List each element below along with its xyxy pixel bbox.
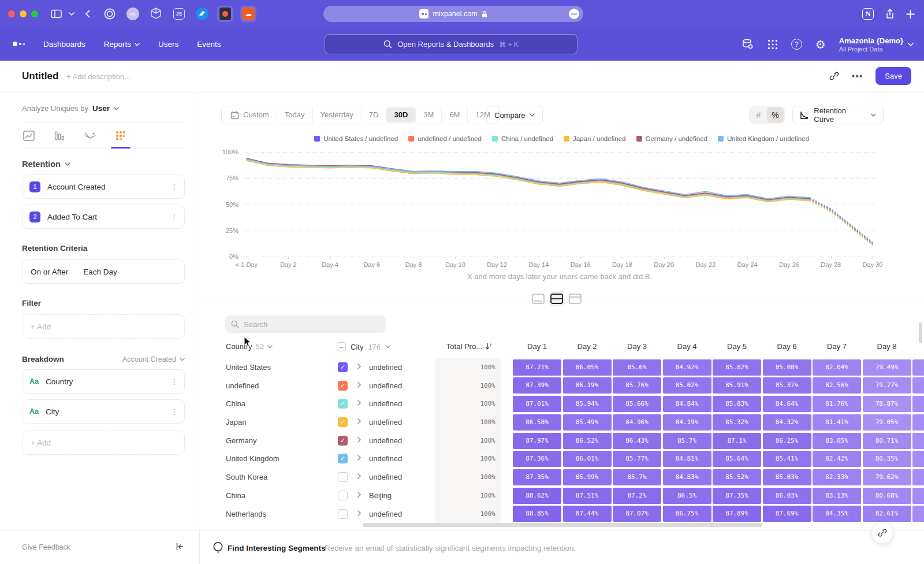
row-checkbox[interactable]: ✓ — [338, 362, 348, 372]
row-city[interactable]: undefined — [369, 505, 402, 524]
split-view-button[interactable] — [549, 291, 564, 306]
tab-funnels[interactable] — [54, 131, 65, 148]
day-column-header[interactable]: Day 3 — [613, 342, 661, 351]
table-search-input[interactable] — [244, 320, 371, 329]
legend-item[interactable]: Germany / undefined — [636, 135, 707, 142]
browser-sidebar-icon[interactable] — [51, 9, 62, 18]
range-button-today[interactable]: Today — [277, 107, 312, 123]
breakdown-city[interactable]: Aa City ⋮ — [22, 399, 185, 424]
expand-row-icon[interactable] — [357, 455, 361, 461]
window-controls[interactable] — [8, 10, 38, 17]
range-button-custom[interactable]: Custom — [223, 107, 277, 123]
row-city[interactable]: undefined — [369, 450, 402, 468]
row-country[interactable]: China — [226, 487, 245, 505]
nav-item-dashboards[interactable]: Dashboards — [43, 40, 85, 49]
address-bar[interactable]: mixpanel.com ••• — [323, 6, 583, 22]
chart-type-select[interactable]: Retention Curve — [792, 106, 884, 124]
breakdown-options-icon[interactable]: ⋮ — [170, 379, 177, 385]
row-country[interactable]: United States — [226, 358, 271, 377]
percent-toggle-button[interactable]: % — [767, 107, 784, 123]
settings-gear-icon[interactable]: ⚙ — [815, 39, 826, 50]
row-country[interactable]: China — [226, 395, 245, 413]
add-breakdown-button[interactable]: + Add — [22, 431, 185, 455]
chart-only-view-button[interactable] — [531, 291, 546, 306]
range-button-3m[interactable]: 3M — [415, 107, 441, 123]
more-options-icon[interactable]: ••• — [852, 71, 863, 81]
day-column-header[interactable]: Day 2 — [563, 342, 612, 351]
minimize-window-button[interactable] — [20, 10, 27, 17]
criteria-condition-select[interactable]: On or After — [31, 268, 68, 276]
new-tab-icon[interactable] — [906, 10, 915, 18]
retention-step-b[interactable]: 2 Added To Cart ⋮ — [22, 205, 185, 229]
extension-recorder-icon[interactable] — [217, 6, 233, 22]
help-icon[interactable]: ? — [791, 39, 802, 50]
row-checkbox[interactable]: ✓ — [338, 381, 348, 391]
row-checkbox[interactable] — [338, 472, 348, 482]
legend-item[interactable]: Japan / undefined — [564, 135, 625, 142]
row-country[interactable]: undefined — [226, 377, 259, 395]
row-country[interactable]: Netherlands — [226, 505, 266, 524]
zoom-window-button[interactable] — [31, 10, 38, 17]
chevron-down-icon[interactable] — [69, 12, 74, 16]
day-column-header[interactable]: Day 7 — [813, 342, 861, 351]
legend-item[interactable]: United Kingdom / undefined — [718, 135, 809, 142]
table-search[interactable] — [225, 316, 386, 333]
retention-line-chart[interactable] — [244, 152, 875, 257]
horizontal-scrollbar[interactable] — [363, 523, 762, 527]
range-button-yesterday[interactable]: Yesterday — [312, 107, 361, 123]
row-checkbox[interactable] — [338, 509, 348, 519]
breakdown-property-name[interactable]: Country — [46, 377, 170, 386]
share-link-fab[interactable] — [871, 522, 893, 544]
close-window-button[interactable] — [8, 10, 15, 17]
give-feedback-link[interactable]: Give Feedback — [22, 543, 70, 551]
expand-row-icon[interactable] — [357, 418, 361, 424]
row-city[interactable]: undefined — [369, 468, 402, 487]
breakdown-options-icon[interactable]: ⋮ — [170, 409, 177, 415]
extension-js-icon[interactable]: JS — [171, 6, 187, 22]
retention-step-a[interactable]: 1 Account Created ⋮ — [22, 175, 185, 199]
row-country[interactable]: South Korea — [226, 468, 267, 487]
total-column-header[interactable]: Total Pro... — [435, 342, 493, 351]
retention-criteria-card[interactable]: On or After Each Day — [22, 259, 185, 284]
global-search-button[interactable]: Open Reports & Dashboards ⌘ + K — [325, 34, 578, 54]
expand-row-icon[interactable] — [357, 510, 361, 516]
vertical-scrollbar[interactable] — [919, 322, 922, 343]
nav-item-users[interactable]: Users — [158, 40, 178, 49]
day-column-header[interactable]: Day 5 — [713, 342, 761, 351]
notion-extension-icon[interactable]: N — [862, 8, 874, 20]
extension-target-icon[interactable] — [102, 6, 118, 22]
day-column-header[interactable]: Day 8 — [863, 342, 911, 351]
site-options-icon[interactable]: ••• — [569, 9, 579, 19]
row-checkbox[interactable] — [338, 491, 348, 500]
row-country[interactable]: Japan — [226, 413, 246, 432]
day-column-header[interactable]: Day 4 — [663, 342, 711, 351]
step-event-name[interactable]: Account Created — [47, 183, 170, 191]
breakdown-scope-select[interactable]: Account Created — [122, 355, 185, 363]
nav-item-events[interactable]: Events — [197, 40, 221, 49]
report-title[interactable]: Untitled — [22, 70, 58, 82]
analyze-entity-select[interactable]: User — [92, 104, 110, 113]
project-switcher[interactable]: Amazonia {Demo} All Project Data — [839, 36, 914, 53]
extension-cube-icon[interactable] — [148, 6, 164, 22]
save-button[interactable]: Save — [875, 67, 911, 85]
expand-row-icon[interactable] — [357, 382, 361, 388]
expand-row-icon[interactable] — [357, 400, 361, 406]
row-city[interactable]: undefined — [369, 358, 402, 377]
row-checkbox[interactable]: ✓ — [338, 454, 348, 463]
compare-button[interactable]: Compare — [486, 106, 543, 124]
share-icon[interactable] — [885, 9, 895, 20]
row-city[interactable]: Beijing — [369, 487, 392, 505]
row-checkbox[interactable]: ✓ — [338, 399, 348, 409]
row-city[interactable]: undefined — [369, 395, 402, 413]
breakdown-country[interactable]: Aa Country ⋮ — [22, 369, 185, 394]
row-checkbox[interactable]: ✓ — [338, 436, 348, 446]
row-city[interactable]: undefined — [369, 432, 402, 450]
select-all-checkbox[interactable]: – — [337, 342, 346, 351]
add-filter-button[interactable]: + Add — [22, 314, 185, 339]
row-country[interactable]: Germany — [226, 432, 256, 450]
city-column-header[interactable]: – City 176 — [337, 342, 390, 351]
step-event-name[interactable]: Added To Cart — [47, 213, 170, 221]
data-management-icon[interactable] — [742, 39, 754, 50]
step-options-icon[interactable]: ⋮ — [170, 214, 177, 220]
criteria-interval-select[interactable]: Each Day — [83, 268, 117, 276]
